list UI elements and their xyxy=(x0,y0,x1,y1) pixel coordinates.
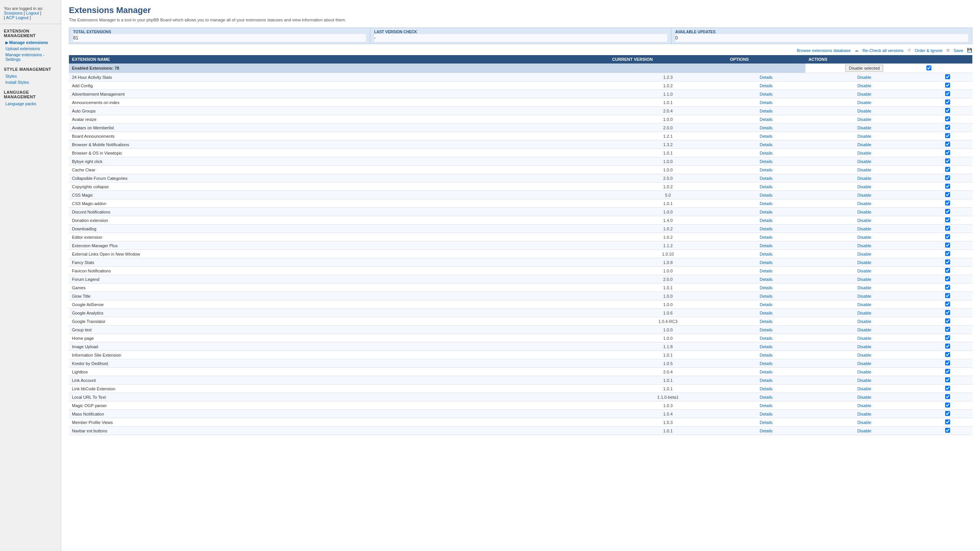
disable-link[interactable]: Disable xyxy=(857,269,871,273)
disable-link[interactable]: Disable xyxy=(857,109,871,113)
disable-link[interactable]: Disable xyxy=(857,193,871,197)
ext-checkbox[interactable] xyxy=(945,386,950,391)
details-link[interactable]: Details xyxy=(760,184,773,189)
disable-link[interactable]: Disable xyxy=(857,176,871,181)
save-link[interactable]: Save xyxy=(954,48,963,53)
ext-checkbox[interactable] xyxy=(945,150,950,155)
details-link[interactable]: Details xyxy=(760,235,773,240)
ext-checkbox[interactable] xyxy=(945,377,950,382)
details-link[interactable]: Details xyxy=(760,210,773,214)
ext-checkbox[interactable] xyxy=(945,344,950,349)
select-all-checkbox[interactable] xyxy=(926,65,931,70)
details-link[interactable]: Details xyxy=(760,403,773,408)
ext-checkbox[interactable] xyxy=(945,369,950,374)
details-link[interactable]: Details xyxy=(760,269,773,273)
disable-link[interactable]: Disable xyxy=(857,227,871,231)
ext-checkbox[interactable] xyxy=(945,310,950,315)
disable-link[interactable]: Disable xyxy=(857,134,871,139)
disable-link[interactable]: Disable xyxy=(857,328,871,332)
details-link[interactable]: Details xyxy=(760,386,773,391)
disable-link[interactable]: Disable xyxy=(857,260,871,265)
ext-checkbox[interactable] xyxy=(945,99,950,104)
disable-link[interactable]: Disable xyxy=(857,117,871,122)
disable-link[interactable]: Disable xyxy=(857,184,871,189)
disable-link[interactable]: Disable xyxy=(857,159,871,164)
browse-db-link[interactable]: Browse extensions database xyxy=(797,48,851,53)
details-link[interactable]: Details xyxy=(760,336,773,341)
details-link[interactable]: Details xyxy=(760,412,773,416)
details-link[interactable]: Details xyxy=(760,252,773,256)
details-link[interactable]: Details xyxy=(760,176,773,181)
disable-link[interactable]: Disable xyxy=(857,378,871,383)
ext-checkbox[interactable] xyxy=(945,403,950,408)
ext-checkbox[interactable] xyxy=(945,428,950,433)
ext-checkbox[interactable] xyxy=(945,192,950,197)
disable-link[interactable]: Disable xyxy=(857,302,871,307)
details-link[interactable]: Details xyxy=(760,75,773,80)
disable-link[interactable]: Disable xyxy=(857,285,871,290)
ext-checkbox[interactable] xyxy=(945,327,950,332)
ext-checkbox[interactable] xyxy=(945,125,950,130)
sidebar-item-install-styles[interactable]: Install Styles xyxy=(0,79,61,85)
details-link[interactable]: Details xyxy=(760,420,773,425)
username-link[interactable]: Scorpions xyxy=(4,11,23,15)
ext-checkbox[interactable] xyxy=(945,201,950,205)
disable-link[interactable]: Disable xyxy=(857,319,871,324)
disable-link[interactable]: Disable xyxy=(857,370,871,374)
ext-checkbox[interactable] xyxy=(945,419,950,424)
ext-checkbox[interactable] xyxy=(945,142,950,147)
details-link[interactable]: Details xyxy=(760,243,773,248)
details-link[interactable]: Details xyxy=(760,344,773,349)
disable-link[interactable]: Disable xyxy=(857,412,871,416)
ext-checkbox[interactable] xyxy=(945,91,950,96)
disable-link[interactable]: Disable xyxy=(857,168,871,172)
details-link[interactable]: Details xyxy=(760,285,773,290)
details-link[interactable]: Details xyxy=(760,353,773,357)
ext-checkbox[interactable] xyxy=(945,167,950,172)
disable-link[interactable]: Disable xyxy=(857,201,871,206)
disable-link[interactable]: Disable xyxy=(857,252,871,256)
disable-link[interactable]: Disable xyxy=(857,218,871,223)
details-link[interactable]: Details xyxy=(760,126,773,130)
disable-link[interactable]: Disable xyxy=(857,386,871,391)
disable-link[interactable]: Disable xyxy=(857,353,871,357)
disable-link[interactable]: Disable xyxy=(857,210,871,214)
disable-link[interactable]: Disable xyxy=(857,151,871,155)
ext-checkbox[interactable] xyxy=(945,209,950,214)
details-link[interactable]: Details xyxy=(760,328,773,332)
details-link[interactable]: Details xyxy=(760,168,773,172)
details-link[interactable]: Details xyxy=(760,294,773,298)
details-link[interactable]: Details xyxy=(760,370,773,374)
disable-link[interactable]: Disable xyxy=(857,420,871,425)
ext-checkbox[interactable] xyxy=(945,243,950,248)
disable-link[interactable]: Disable xyxy=(857,75,871,80)
details-link[interactable]: Details xyxy=(760,311,773,315)
disable-link[interactable]: Disable xyxy=(857,395,871,399)
sidebar-item-styles[interactable]: Styles xyxy=(0,73,61,79)
details-link[interactable]: Details xyxy=(760,227,773,231)
ext-checkbox[interactable] xyxy=(945,74,950,79)
details-link[interactable]: Details xyxy=(760,201,773,206)
disable-selected-button[interactable]: Disable selected xyxy=(845,65,883,72)
ext-checkbox[interactable] xyxy=(945,285,950,290)
details-link[interactable]: Details xyxy=(760,429,773,433)
details-link[interactable]: Details xyxy=(760,159,773,164)
details-link[interactable]: Details xyxy=(760,142,773,147)
details-link[interactable]: Details xyxy=(760,319,773,324)
sidebar-item-language-packs[interactable]: Language packs xyxy=(0,101,61,107)
ext-checkbox[interactable] xyxy=(945,175,950,180)
disable-link[interactable]: Disable xyxy=(857,100,871,105)
details-link[interactable]: Details xyxy=(760,109,773,113)
ext-checkbox[interactable] xyxy=(945,251,950,256)
sidebar-item-manage-extensions[interactable]: ▶Manage extensions xyxy=(0,39,61,46)
ext-checkbox[interactable] xyxy=(945,268,950,273)
disable-link[interactable]: Disable xyxy=(857,243,871,248)
details-link[interactable]: Details xyxy=(760,117,773,122)
ext-checkbox[interactable] xyxy=(945,83,950,88)
ext-checkbox[interactable] xyxy=(945,352,950,357)
ext-checkbox[interactable] xyxy=(945,394,950,399)
ext-checkbox[interactable] xyxy=(945,226,950,231)
disable-link[interactable]: Disable xyxy=(857,83,871,88)
ext-checkbox[interactable] xyxy=(945,184,950,189)
disable-link[interactable]: Disable xyxy=(857,403,871,408)
